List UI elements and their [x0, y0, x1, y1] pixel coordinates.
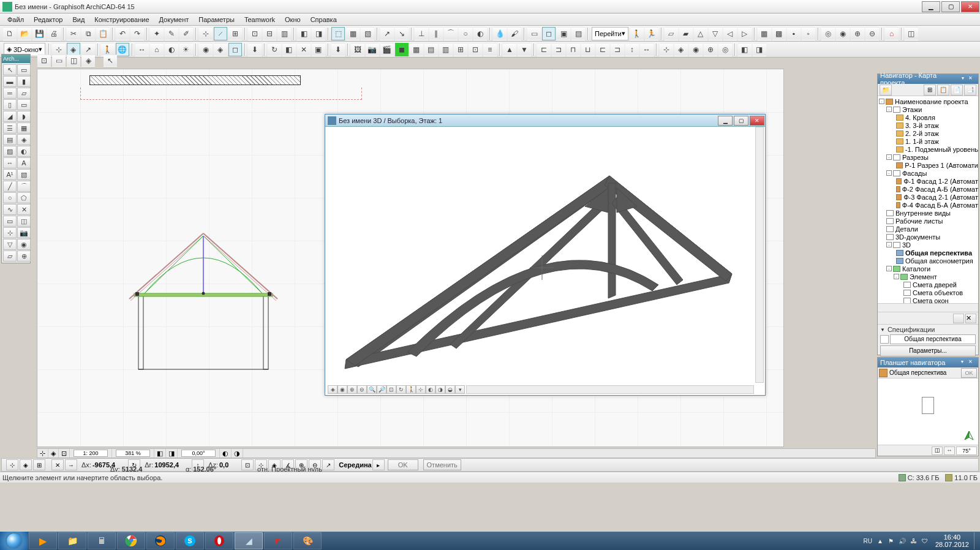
tool-btn-17[interactable]: ⊥: [415, 27, 428, 40]
beam-tool[interactable]: ═: [3, 88, 17, 99]
menu-view[interactable]: Вид: [67, 15, 89, 24]
nav-mode-4[interactable]: 📄: [951, 85, 963, 96]
stb-17[interactable]: ▣: [312, 43, 325, 56]
tray-clock[interactable]: 16:40 28.07.2012: [930, 533, 974, 548]
tree-sched-windows[interactable]: Смета окон: [913, 297, 949, 304]
nav-foot-1[interactable]: [953, 314, 964, 323]
tool-btn-36[interactable]: ▦: [758, 27, 771, 40]
stb-45[interactable]: ◨: [753, 43, 766, 56]
planset-angle[interactable]: 75°: [956, 446, 977, 455]
tool-btn-44[interactable]: ◫: [905, 27, 918, 40]
object-tool[interactable]: ◈: [17, 134, 31, 145]
stb-44[interactable]: ◧: [738, 43, 752, 56]
arc-tool[interactable]: ⌒: [17, 181, 31, 192]
figure-tool[interactable]: ▭: [3, 216, 17, 227]
subtool-5[interactable]: ↖: [104, 55, 117, 67]
sw-zoom-1[interactable]: ◈: [328, 385, 337, 394]
params-button[interactable]: Параметры...: [880, 345, 976, 356]
text-tool[interactable]: A: [17, 157, 31, 168]
navigator-title[interactable]: Навигатор - Карта проекта ▾ ✕: [878, 74, 978, 84]
print-button[interactable]: 🖨: [47, 27, 61, 40]
stb-23[interactable]: ▦: [410, 43, 423, 56]
planset-item[interactable]: Общая перспектива: [889, 369, 961, 376]
sw-zoom-7[interactable]: ⊡: [386, 385, 396, 394]
copy-button[interactable]: ⧉: [81, 27, 95, 40]
tree-floor-4[interactable]: 4. Кровля: [905, 114, 935, 121]
tool-btn-25[interactable]: ◻: [542, 27, 556, 40]
ib-icon-2[interactable]: ◈: [20, 459, 32, 470]
tree-floor-1[interactable]: 1. 1-й этаж: [905, 138, 939, 145]
tool-btn-6[interactable]: ⊞: [228, 27, 242, 40]
cb-icon-1[interactable]: ⊹: [40, 450, 45, 458]
show-desktop[interactable]: [974, 532, 979, 549]
ib-icon-1[interactable]: ⊹: [6, 459, 18, 470]
tree-3d[interactable]: 3D: [902, 241, 911, 249]
stb-5[interactable]: 🌐: [116, 43, 129, 56]
tree-element[interactable]: Элемент: [910, 273, 937, 281]
nav-mode-2[interactable]: ⊞: [924, 85, 936, 96]
roof-tool[interactable]: ◢: [3, 111, 17, 122]
morph-tool[interactable]: ◐: [17, 146, 31, 157]
tree-floor-3[interactable]: 3. 3-й этаж: [905, 122, 939, 129]
scale-field[interactable]: 1: 200: [74, 450, 108, 457]
tool-btn-32[interactable]: △: [694, 27, 707, 40]
door-tool[interactable]: ▯: [3, 99, 17, 110]
stb-19[interactable]: 🖼: [351, 43, 364, 56]
taskbar-media[interactable]: ▶: [29, 532, 57, 549]
stb-28[interactable]: ≡: [483, 43, 497, 56]
stb-6[interactable]: ↔: [135, 43, 149, 56]
stb-24[interactable]: ▤: [424, 43, 438, 56]
paste-button[interactable]: 📋: [96, 27, 110, 40]
cb-icon-6[interactable]: ◐: [222, 450, 228, 458]
subwin-titlebar[interactable]: Без имени 3D / Выборка, Этаж: 1 ▁ ▢ ✕: [325, 115, 765, 127]
taskbar-paint[interactable]: 🎨: [293, 532, 322, 549]
tool-btn-12[interactable]: ⬚: [331, 27, 345, 40]
menu-document[interactable]: Документ: [154, 15, 194, 24]
tool-btn-31[interactable]: ▰: [679, 27, 693, 40]
tool-btn-39[interactable]: ▫: [802, 27, 815, 40]
planset-close[interactable]: ✕: [968, 359, 976, 366]
new-button[interactable]: 🗋: [3, 27, 17, 40]
stb-10[interactable]: ◉: [199, 43, 213, 56]
window-tool[interactable]: ▭: [17, 99, 31, 110]
stb-31[interactable]: ⊏: [537, 43, 551, 56]
subwin-scrollbar-v[interactable]: [755, 127, 764, 383]
nav-pin[interactable]: ▾: [962, 75, 969, 83]
stb-8[interactable]: ◐: [165, 43, 178, 56]
tree-3ddocs[interactable]: 3D-документы: [895, 233, 940, 241]
tool-btn-11[interactable]: ◨: [312, 27, 325, 40]
tree-floors[interactable]: Этажи: [902, 106, 922, 113]
tool-btn-9[interactable]: ▥: [277, 27, 291, 40]
nav-mode-5[interactable]: 📑: [964, 85, 976, 96]
stb-33[interactable]: ⊓: [567, 43, 580, 56]
tray-network-icon[interactable]: 🖧: [908, 538, 919, 544]
tool-btn-4[interactable]: ⊹: [199, 27, 213, 40]
cb-icon-3[interactable]: ⊡: [61, 450, 67, 458]
sw-zoom-5[interactable]: 🔍: [367, 385, 377, 394]
fill-tool[interactable]: ▧: [17, 169, 31, 180]
worksheet-tool[interactable]: ▱: [3, 251, 17, 262]
stb-25[interactable]: ▥: [439, 43, 453, 56]
minimize-button[interactable]: ▁: [922, 1, 940, 12]
start-button[interactable]: [0, 532, 28, 550]
sw-zoom-6[interactable]: 🔎: [377, 385, 386, 394]
elev-tool[interactable]: ▽: [3, 239, 17, 250]
poly-tool[interactable]: ⬠: [17, 192, 31, 203]
cb-icon-5[interactable]: ◨: [168, 450, 175, 458]
tree-sections[interactable]: Разрезы: [902, 154, 929, 161]
taskbar-app2[interactable]: ◤: [264, 532, 292, 549]
goto-dropdown[interactable]: Перейти ▾: [592, 27, 628, 40]
tree-elev[interactable]: Фасады: [902, 170, 927, 177]
taskbar-archicad[interactable]: ◢: [235, 532, 263, 549]
tree-catalogs[interactable]: Каталоги: [902, 265, 930, 273]
run-button[interactable]: 🏃: [645, 27, 658, 40]
tree-floor-0[interactable]: -1. Подземный уровень: [905, 146, 978, 153]
ib-icon-5[interactable]: →: [65, 459, 77, 470]
tool-btn-40[interactable]: ◎: [821, 27, 835, 40]
menu-options[interactable]: Параметры: [194, 15, 239, 24]
tool-btn-3[interactable]: ✐: [179, 27, 193, 40]
arrow-tool[interactable]: ↖: [3, 64, 17, 75]
section-tool[interactable]: ⊹: [3, 227, 17, 238]
walk-button[interactable]: 🚶: [630, 27, 644, 40]
spec-chevron-icon[interactable]: ▼: [880, 327, 885, 333]
